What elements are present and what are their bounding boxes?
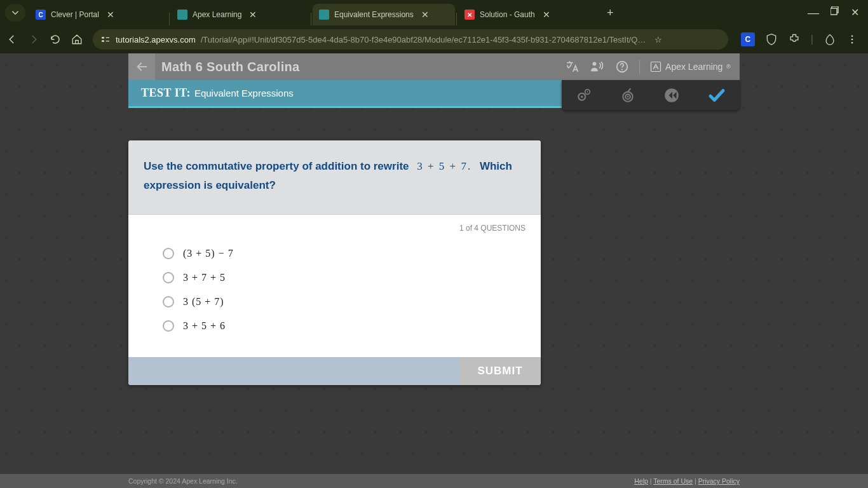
url-path: /Tutorial/App#!Unit/df3057d5-5de4-4da5-8… — [201, 35, 646, 44]
site-settings-icon[interactable] — [100, 34, 111, 44]
course-header: Math 6 South Carolina Apex Learning® — [128, 53, 740, 80]
answer-option[interactable]: 3 + 7 + 5 — [144, 266, 526, 290]
browser-toolbar: tutorials2.apexvs.com/Tutorial/App#!Unit… — [0, 25, 868, 53]
radio-icon[interactable] — [163, 320, 174, 332]
svg-point-8 — [851, 42, 853, 44]
svg-rect-4 — [106, 37, 109, 38]
prompt-before: Use the commutative property of addition… — [144, 160, 412, 172]
tab-title: Solution - Gauth — [480, 10, 535, 19]
radio-icon[interactable] — [163, 248, 174, 259]
svg-point-9 — [593, 62, 597, 65]
tool-strip — [562, 80, 740, 110]
tab-close-icon[interactable]: ✕ — [249, 10, 257, 20]
help-icon[interactable] — [615, 60, 629, 74]
answer-option[interactable]: 3 + 5 + 6 — [144, 314, 526, 338]
extensions-icon[interactable] — [788, 33, 801, 46]
read-aloud-icon[interactable] — [590, 60, 605, 74]
terms-link[interactable]: Terms of Use — [653, 477, 693, 485]
svg-point-11 — [621, 69, 623, 70]
answer-option-label: 3 (5 + 7) — [183, 296, 224, 308]
svg-rect-12 — [651, 62, 661, 72]
browser-tab[interactable]: Equivalent Expressions✕ — [313, 4, 455, 25]
tab-close-icon[interactable]: ✕ — [107, 10, 114, 20]
question-counter: 1 of 4 QUESTIONS — [144, 224, 526, 233]
url-bar[interactable]: tutorials2.apexvs.com/Tutorial/App#!Unit… — [93, 29, 728, 50]
tab-title: Clever | Portal — [51, 10, 99, 19]
bookmark-star-icon[interactable]: ☆ — [654, 35, 662, 44]
restore-icon[interactable] — [831, 6, 839, 20]
svg-rect-1 — [831, 8, 837, 15]
tab-close-icon[interactable]: ✕ — [543, 10, 550, 20]
copyright-text: Copyright © 2024 Apex Learning Inc. — [128, 477, 238, 485]
tab-favicon: C — [36, 10, 46, 20]
answer-option[interactable]: 3 (5 + 7) — [144, 290, 526, 314]
tab-favicon: ✕ — [465, 10, 475, 20]
tab-search-dropdown[interactable] — [5, 4, 25, 22]
window-controls: — ✕ — [808, 6, 863, 20]
question-card: Use the commutative property of addition… — [128, 140, 541, 385]
help-link[interactable]: Help — [634, 477, 648, 485]
svg-rect-5 — [106, 41, 109, 41]
footer-spacer — [128, 357, 459, 385]
brave-shield-icon[interactable] — [765, 33, 778, 46]
answer-option-label: (3 + 5) − 7 — [183, 248, 234, 259]
tab-title: Equivalent Expressions — [334, 10, 414, 19]
tab-close-icon[interactable]: ✕ — [421, 10, 429, 20]
apex-brand[interactable]: Apex Learning® — [650, 61, 731, 72]
browser-tab-bar: CClever | Portal✕Apex Learning✕Equivalen… — [0, 0, 868, 25]
svg-point-19 — [627, 95, 628, 97]
submit-button[interactable]: SUBMIT — [459, 357, 541, 385]
reload-button[interactable] — [50, 34, 62, 45]
privacy-link[interactable]: Privacy Policy — [698, 477, 740, 485]
browser-tab[interactable]: Apex Learning✕ — [171, 4, 309, 25]
submit-check-icon[interactable] — [707, 86, 726, 105]
radio-icon[interactable] — [163, 296, 174, 308]
answer-option-label: 3 + 7 + 5 — [183, 272, 226, 283]
answer-option[interactable]: (3 + 5) − 7 — [144, 241, 526, 266]
tab-title: Apex Learning — [193, 10, 241, 19]
svg-rect-3 — [102, 40, 104, 42]
apex-brand-label: Apex Learning — [665, 62, 722, 72]
nav-back-button[interactable] — [6, 34, 19, 45]
svg-point-14 — [581, 95, 583, 97]
page-footer: Copyright © 2024 Apex Learning Inc. Help… — [0, 474, 868, 488]
home-button[interactable] — [71, 34, 84, 45]
translate-icon[interactable] — [566, 60, 580, 74]
prompt-math: 3 + 5 + 7. — [412, 160, 477, 172]
rewards-icon[interactable] — [824, 33, 836, 46]
new-tab-button[interactable]: + — [607, 6, 614, 20]
question-prompt: Use the commutative property of addition… — [128, 140, 541, 215]
svg-point-7 — [851, 39, 853, 41]
browser-tab[interactable]: ✕Solution - Gauth✕ — [458, 4, 600, 25]
browser-tab[interactable]: CClever | Portal✕ — [29, 4, 168, 25]
tab-favicon — [177, 10, 187, 20]
settings-gear-icon[interactable] — [576, 87, 592, 104]
course-title: Math 6 South Carolina — [161, 60, 299, 74]
page-content: Math 6 South Carolina Apex Learning® TES… — [0, 53, 868, 474]
minimize-icon[interactable]: — — [808, 6, 819, 20]
close-window-icon[interactable]: ✕ — [851, 6, 859, 20]
objectives-target-icon[interactable] — [620, 87, 636, 104]
apex-logo-icon — [650, 61, 661, 72]
course-back-button[interactable] — [128, 53, 155, 80]
clever-extension-icon[interactable]: C — [741, 32, 755, 46]
svg-point-16 — [587, 91, 588, 92]
rewind-icon[interactable] — [663, 87, 680, 104]
arrow-left-icon — [135, 60, 149, 74]
nav-forward-button[interactable] — [28, 34, 41, 45]
svg-rect-2 — [102, 37, 104, 39]
tab-favicon — [319, 10, 329, 20]
answer-option-label: 3 + 5 + 6 — [183, 320, 226, 332]
url-domain: tutorials2.apexvs.com — [116, 35, 196, 44]
test-bar-label: TEST IT: — [141, 86, 191, 100]
test-bar-title: Equivalent Expressions — [194, 88, 294, 98]
test-bar: TEST IT: Equivalent Expressions — [128, 80, 562, 108]
svg-point-6 — [851, 35, 853, 37]
radio-icon[interactable] — [163, 272, 174, 283]
browser-menu-icon[interactable] — [846, 34, 858, 45]
chevron-down-icon — [10, 7, 21, 18]
